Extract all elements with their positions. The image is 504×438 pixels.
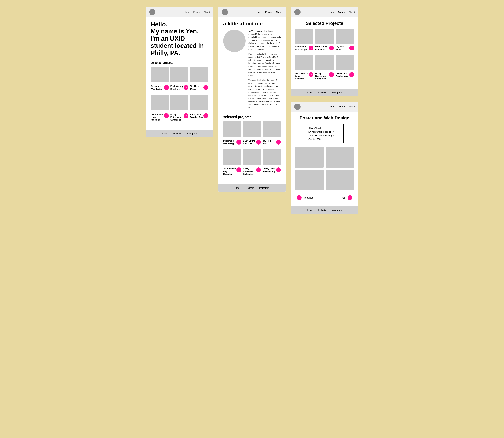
nav-home-4[interactable]: Home: [328, 105, 334, 108]
footer-instagram-3[interactable]: Instagram: [332, 91, 342, 94]
nav-project-1[interactable]: Project: [193, 11, 200, 13]
nav-links-3: Home Project About: [328, 11, 355, 13]
proj3-label-4: Tea Station's Logo Redesign →: [295, 72, 314, 80]
nav-bar-2: Home Project About: [218, 7, 286, 17]
proj3-arrow-5[interactable]: →: [329, 72, 334, 77]
nav-project-2[interactable]: Project: [265, 11, 272, 13]
client-label: Client:: [308, 127, 315, 129]
arrow-btn-4[interactable]: →: [164, 113, 169, 118]
next-label[interactable]: next: [342, 196, 346, 199]
prev-arrow-btn[interactable]: ←: [297, 195, 302, 200]
nav-home-2[interactable]: Home: [256, 11, 262, 13]
about-arrow-btn-5[interactable]: →: [256, 167, 261, 172]
home-frame: Home Project About Hello.My name is Yen.…: [146, 7, 213, 137]
tools-value: Illustrator, InDesign: [314, 134, 334, 137]
project-img-4: [151, 95, 169, 110]
project-cell-6: [190, 95, 208, 111]
proj3-img-5: [315, 55, 334, 70]
about-proj-label-4: Tea Station's Logo Redesign →: [223, 167, 241, 175]
prev-next-nav: ← previous next →: [295, 193, 354, 203]
about-frame: Home Project About a little about me I'm…: [218, 7, 286, 192]
proj3-arrow-4[interactable]: →: [309, 72, 314, 77]
nav-about-2[interactable]: About: [276, 11, 282, 13]
footer-email-4[interactable]: Email: [307, 209, 313, 211]
nav-about-3[interactable]: About: [349, 11, 355, 13]
nav-about-1[interactable]: About: [204, 11, 210, 13]
project-img-3: [190, 67, 208, 82]
footer-instagram-4[interactable]: Instagram: [332, 209, 342, 211]
role-label: My role:: [308, 131, 316, 133]
arrow-btn-3[interactable]: →: [203, 85, 208, 90]
next-arrow-btn[interactable]: →: [347, 195, 352, 200]
selected-projects-title-1: selected projects: [151, 61, 208, 64]
about-header: a little about me: [223, 21, 281, 27]
nav-project-4[interactable]: Project: [338, 105, 346, 108]
footer-email-2[interactable]: Email: [235, 187, 241, 189]
arrow-btn-6[interactable]: →: [203, 113, 208, 118]
nav-about-4[interactable]: About: [349, 105, 355, 108]
prev-group: ← previous: [297, 195, 314, 200]
project-img-6: [190, 95, 208, 110]
detail-info-box: Client:Myself My role:Graphic designer T…: [305, 124, 344, 143]
tools-label: Tools:: [308, 134, 314, 137]
nav-home-3[interactable]: Home: [328, 11, 334, 13]
proj3-row2: [295, 55, 354, 71]
about-arrow-btn-4[interactable]: →: [236, 167, 241, 172]
about-proj-img-3: [263, 121, 281, 137]
project-cell-5: [170, 95, 189, 111]
arrow-btn-2[interactable]: →: [184, 85, 189, 90]
proj3-arrow-3[interactable]: →: [349, 45, 354, 50]
proj-label-2: Banh Chung Brochure →: [170, 85, 189, 90]
about-arrow-btn-6[interactable]: →: [276, 167, 281, 172]
nav-project-3[interactable]: Project: [338, 11, 346, 13]
about-arrow-btn-2[interactable]: →: [256, 140, 261, 144]
project-img-1: [151, 67, 169, 82]
proj3-arrow-6[interactable]: →: [349, 72, 354, 77]
prev-label[interactable]: previous: [304, 196, 314, 199]
logo-icon-2: [222, 9, 228, 15]
footer-linkedin-4[interactable]: Linkedin: [318, 209, 326, 211]
detail-images-row2: [295, 170, 354, 190]
nav-home-1[interactable]: Home: [184, 11, 190, 13]
about-arrow-btn-3[interactable]: →: [276, 140, 281, 144]
about-avatar: [223, 30, 246, 52]
nav-bar-4: Home Project About: [291, 101, 358, 112]
about-proj-label-1: Poster and Web Design →: [223, 140, 241, 145]
footer-email-1[interactable]: Email: [162, 132, 168, 135]
proj3-row1: [295, 29, 354, 44]
about-text: I'm Yen Luong, and my journey through li…: [248, 30, 281, 111]
footer-email-3[interactable]: Email: [307, 91, 313, 94]
selected-title-2: selected projects: [223, 115, 281, 119]
footer-instagram-1[interactable]: Instagram: [187, 132, 197, 135]
proj-label-4: Tea Station's Logo Redesign →: [151, 113, 169, 121]
about-proj-grid-row2: [223, 149, 281, 166]
project-cell-1: [151, 67, 169, 83]
footer-3: Email Linkedin Instagram: [291, 89, 358, 96]
proj-label-5: Bo By Butterman Styleguide →: [170, 113, 189, 121]
proj3-label-1: Poster and Web Design →: [295, 45, 314, 51]
about-content: a little about me I'm Yen Luong, and my …: [218, 17, 286, 184]
proj3-label-6: Candy Land Weather App →: [336, 72, 354, 80]
footer-instagram-2[interactable]: Instagram: [259, 187, 269, 189]
arrow-btn-5[interactable]: →: [184, 113, 189, 118]
project-img-2: [170, 67, 189, 82]
proj3-arrow-2[interactable]: →: [329, 45, 334, 50]
footer-linkedin-3[interactable]: Linkedin: [318, 91, 326, 94]
about-proj-img-2: [243, 121, 261, 137]
proj3-img-2: [315, 29, 334, 44]
footer-linkedin-1[interactable]: Linkedin: [173, 132, 181, 135]
about-arrow-btn-1[interactable]: →: [236, 140, 241, 144]
about-proj-label-6: Candy Land Weather App →: [263, 167, 281, 175]
proj3-label-5: Bo By Butterman Styleguide →: [315, 72, 334, 80]
about-proj-img-1: [223, 121, 241, 137]
about-proj-label-5: Bo By Butterman Styleguide →: [243, 167, 261, 175]
proj3-img-6: [336, 55, 354, 70]
arrow-btn-1[interactable]: →: [164, 85, 169, 90]
proj3-img-1: [295, 29, 314, 44]
about-proj-grid-row1: [223, 121, 281, 138]
proj3-arrow-1[interactable]: →: [309, 45, 314, 50]
footer-linkedin-2[interactable]: Linkedin: [246, 187, 254, 189]
proj3-img-3: [336, 29, 354, 44]
logo-icon: [149, 9, 156, 15]
project-cell-4: [151, 95, 169, 111]
